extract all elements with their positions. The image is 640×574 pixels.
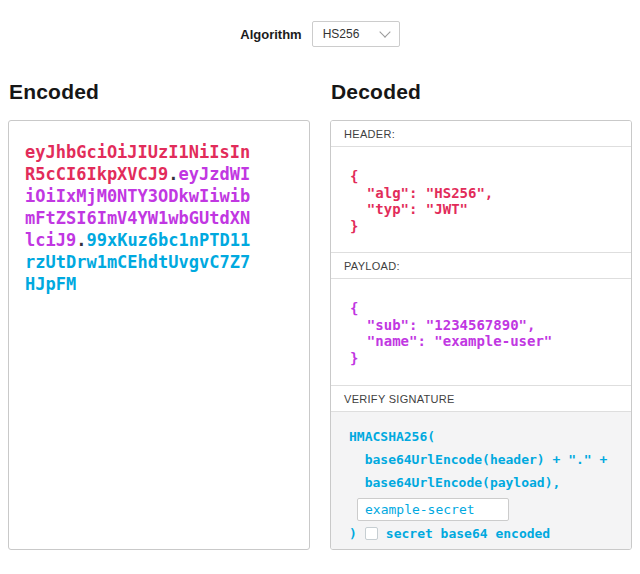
main-columns: Encoded eyJhbGciOiJIUzI1NiIsInR5cCI6IkpX… [0,80,640,550]
algorithm-row: Algorithm HS256 [0,0,640,47]
encoded-column: Encoded eyJhbGciOiJIUzI1NiIsInR5cCI6IkpX… [8,80,310,550]
header-section-label: HEADER: [331,121,631,147]
decoded-panel: HEADER: { "alg": "HS256", "typ": "JWT" }… [330,120,632,550]
algorithm-select[interactable]: HS256 [312,21,400,47]
algorithm-label: Algorithm [240,27,301,42]
signature-algorithm-code: HMACSHA256( base64UrlEncode(header) + ".… [349,425,613,494]
encoded-title: Encoded [9,80,310,104]
secret-base64-label[interactable]: secret base64 encoded [386,526,550,541]
payload-section-label: PAYLOAD: [331,253,631,279]
encoded-token-editor[interactable]: eyJhbGciOiJIUzI1NiIsInR5cCI6IkpXVCJ9.eyJ… [8,120,310,550]
header-json-editor[interactable]: { "alg": "HS256", "typ": "JWT" } [331,147,631,253]
decoded-title: Decoded [331,80,632,104]
decoded-column: Decoded HEADER: { "alg": "HS256", "typ":… [330,80,632,550]
jwt-debugger-page: Algorithm HS256 Encoded eyJhbGciOiJIUzI1… [0,0,640,550]
verify-signature-section-label: VERIFY SIGNATURE [331,386,631,412]
jwt-token[interactable]: eyJhbGciOiJIUzI1NiIsInR5cCI6IkpXVCJ9.eyJ… [25,141,252,295]
secret-input[interactable] [357,498,509,521]
payload-json-editor[interactable]: { "sub": "1234567890", "name": "example-… [331,279,631,386]
token-dot-separator-1: . [168,164,178,184]
verify-signature-section: HMACSHA256( base64UrlEncode(header) + ".… [331,412,631,550]
closing-paren: ) [349,526,357,541]
signature-code-close-row: ) secret base64 encoded [349,526,613,541]
token-dot-separator-2: . [76,230,86,250]
chevron-down-icon [379,26,390,37]
secret-base64-checkbox[interactable] [365,527,378,540]
algorithm-selected-value: HS256 [323,27,360,41]
